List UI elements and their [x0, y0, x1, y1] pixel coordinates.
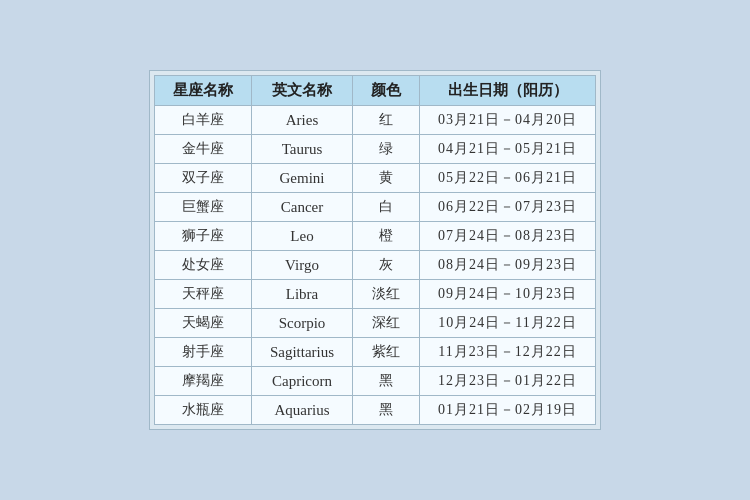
zodiac-table: 星座名称 英文名称 颜色 出生日期（阳历） 白羊座Aries红03月21日－04… — [154, 75, 596, 425]
table-header-row: 星座名称 英文名称 颜色 出生日期（阳历） — [154, 76, 595, 106]
cell-english-name: Capricorn — [251, 367, 352, 396]
cell-chinese-name: 摩羯座 — [154, 367, 251, 396]
cell-color: 橙 — [353, 222, 420, 251]
cell-color: 红 — [353, 106, 420, 135]
col-header-color: 颜色 — [353, 76, 420, 106]
cell-chinese-name: 巨蟹座 — [154, 193, 251, 222]
cell-color: 黄 — [353, 164, 420, 193]
cell-english-name: Libra — [251, 280, 352, 309]
col-header-chinese: 星座名称 — [154, 76, 251, 106]
cell-color: 深红 — [353, 309, 420, 338]
cell-color: 黑 — [353, 396, 420, 425]
cell-chinese-name: 射手座 — [154, 338, 251, 367]
col-header-english: 英文名称 — [251, 76, 352, 106]
cell-english-name: Cancer — [251, 193, 352, 222]
cell-date-range: 03月21日－04月20日 — [420, 106, 596, 135]
cell-chinese-name: 天蝎座 — [154, 309, 251, 338]
cell-date-range: 08月24日－09月23日 — [420, 251, 596, 280]
table-row: 双子座Gemini黄05月22日－06月21日 — [154, 164, 595, 193]
table-row: 天秤座Libra淡红09月24日－10月23日 — [154, 280, 595, 309]
cell-date-range: 05月22日－06月21日 — [420, 164, 596, 193]
table-row: 处女座Virgo灰08月24日－09月23日 — [154, 251, 595, 280]
cell-chinese-name: 狮子座 — [154, 222, 251, 251]
cell-date-range: 01月21日－02月19日 — [420, 396, 596, 425]
cell-chinese-name: 双子座 — [154, 164, 251, 193]
cell-color: 黑 — [353, 367, 420, 396]
table-row: 水瓶座Aquarius黑01月21日－02月19日 — [154, 396, 595, 425]
table-row: 白羊座Aries红03月21日－04月20日 — [154, 106, 595, 135]
cell-english-name: Leo — [251, 222, 352, 251]
cell-english-name: Aquarius — [251, 396, 352, 425]
cell-chinese-name: 水瓶座 — [154, 396, 251, 425]
cell-date-range: 12月23日－01月22日 — [420, 367, 596, 396]
cell-chinese-name: 金牛座 — [154, 135, 251, 164]
table-row: 巨蟹座Cancer白06月22日－07月23日 — [154, 193, 595, 222]
cell-chinese-name: 白羊座 — [154, 106, 251, 135]
cell-english-name: Gemini — [251, 164, 352, 193]
table-row: 金牛座Taurus绿04月21日－05月21日 — [154, 135, 595, 164]
cell-date-range: 10月24日－11月22日 — [420, 309, 596, 338]
cell-color: 淡红 — [353, 280, 420, 309]
cell-color: 紫红 — [353, 338, 420, 367]
cell-date-range: 07月24日－08月23日 — [420, 222, 596, 251]
cell-english-name: Virgo — [251, 251, 352, 280]
cell-date-range: 09月24日－10月23日 — [420, 280, 596, 309]
cell-chinese-name: 处女座 — [154, 251, 251, 280]
cell-english-name: Taurus — [251, 135, 352, 164]
cell-color: 白 — [353, 193, 420, 222]
zodiac-table-container: 星座名称 英文名称 颜色 出生日期（阳历） 白羊座Aries红03月21日－04… — [149, 70, 601, 430]
table-row: 狮子座Leo橙07月24日－08月23日 — [154, 222, 595, 251]
cell-date-range: 11月23日－12月22日 — [420, 338, 596, 367]
cell-color: 绿 — [353, 135, 420, 164]
cell-english-name: Sagittarius — [251, 338, 352, 367]
cell-color: 灰 — [353, 251, 420, 280]
cell-chinese-name: 天秤座 — [154, 280, 251, 309]
cell-english-name: Aries — [251, 106, 352, 135]
table-row: 射手座Sagittarius紫红11月23日－12月22日 — [154, 338, 595, 367]
cell-date-range: 06月22日－07月23日 — [420, 193, 596, 222]
cell-date-range: 04月21日－05月21日 — [420, 135, 596, 164]
cell-english-name: Scorpio — [251, 309, 352, 338]
table-row: 摩羯座Capricorn黑12月23日－01月22日 — [154, 367, 595, 396]
table-row: 天蝎座Scorpio深红10月24日－11月22日 — [154, 309, 595, 338]
col-header-date: 出生日期（阳历） — [420, 76, 596, 106]
